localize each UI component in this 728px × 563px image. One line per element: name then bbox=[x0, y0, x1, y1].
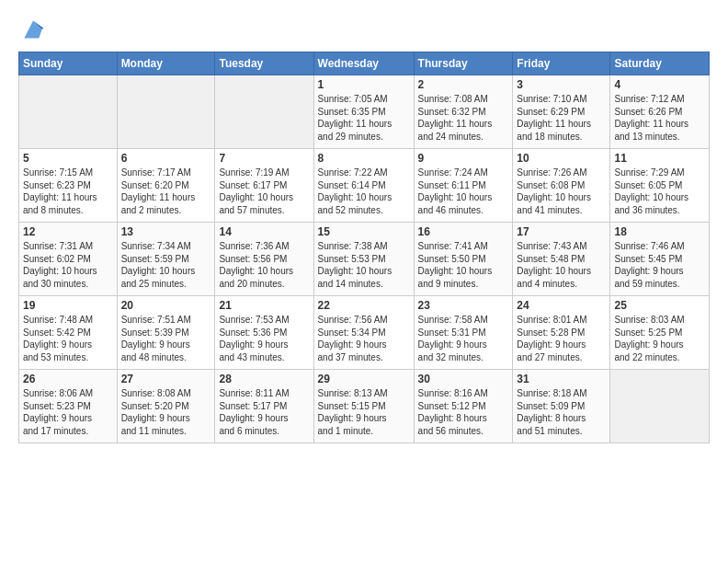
calendar-cell: 16Sunrise: 7:41 AM Sunset: 5:50 PM Dayli… bbox=[414, 223, 513, 296]
calendar-cell: 6Sunrise: 7:17 AM Sunset: 6:20 PM Daylig… bbox=[117, 149, 215, 223]
calendar-cell: 25Sunrise: 8:03 AM Sunset: 5:25 PM Dayli… bbox=[610, 296, 710, 370]
day-number: 7 bbox=[219, 152, 309, 165]
day-number: 27 bbox=[121, 373, 211, 385]
day-number: 21 bbox=[219, 299, 309, 312]
day-number: 17 bbox=[517, 225, 606, 238]
calendar-week-4: 19Sunrise: 7:48 AM Sunset: 5:42 PM Dayli… bbox=[19, 296, 710, 370]
calendar-cell: 4Sunrise: 7:12 AM Sunset: 6:26 PM Daylig… bbox=[610, 75, 710, 149]
calendar-cell: 21Sunrise: 7:53 AM Sunset: 5:36 PM Dayli… bbox=[215, 296, 313, 370]
logo bbox=[18, 15, 51, 44]
day-number: 3 bbox=[517, 78, 606, 91]
calendar-cell: 20Sunrise: 7:51 AM Sunset: 5:39 PM Dayli… bbox=[117, 296, 215, 370]
day-number: 16 bbox=[418, 225, 509, 238]
day-number: 10 bbox=[517, 152, 606, 165]
day-number: 8 bbox=[318, 152, 410, 165]
calendar-cell bbox=[117, 75, 215, 149]
svg-marker-0 bbox=[24, 20, 41, 38]
weekday-row: Sunday Monday Tuesday Wednesday Thursday… bbox=[19, 52, 710, 75]
day-info: Sunrise: 8:08 AM Sunset: 5:20 PM Dayligh… bbox=[121, 387, 211, 437]
calendar-table: Sunday Monday Tuesday Wednesday Thursday… bbox=[18, 52, 710, 443]
day-number: 24 bbox=[517, 299, 606, 312]
calendar-cell: 28Sunrise: 8:11 AM Sunset: 5:17 PM Dayli… bbox=[215, 370, 313, 443]
day-info: Sunrise: 7:22 AM Sunset: 6:14 PM Dayligh… bbox=[318, 167, 410, 216]
day-info: Sunrise: 8:18 AM Sunset: 5:09 PM Dayligh… bbox=[517, 387, 606, 437]
calendar-week-1: 1Sunrise: 7:05 AM Sunset: 6:35 PM Daylig… bbox=[19, 75, 710, 149]
day-number: 22 bbox=[318, 299, 410, 312]
logo-icon bbox=[18, 15, 48, 44]
day-number: 23 bbox=[418, 299, 509, 312]
calendar-cell: 23Sunrise: 7:58 AM Sunset: 5:31 PM Dayli… bbox=[414, 296, 513, 370]
col-tuesday: Tuesday bbox=[215, 52, 313, 75]
day-info: Sunrise: 8:13 AM Sunset: 5:15 PM Dayligh… bbox=[318, 387, 410, 437]
day-info: Sunrise: 7:41 AM Sunset: 5:50 PM Dayligh… bbox=[418, 240, 509, 290]
day-info: Sunrise: 7:36 AM Sunset: 5:56 PM Dayligh… bbox=[219, 240, 309, 290]
day-number: 28 bbox=[219, 373, 309, 385]
header bbox=[18, 15, 710, 44]
page: Sunday Monday Tuesday Wednesday Thursday… bbox=[0, 0, 728, 563]
col-wednesday: Wednesday bbox=[313, 52, 414, 75]
day-number: 30 bbox=[418, 373, 509, 385]
day-number: 5 bbox=[23, 152, 113, 165]
day-info: Sunrise: 8:16 AM Sunset: 5:12 PM Dayligh… bbox=[418, 387, 509, 437]
calendar-cell: 7Sunrise: 7:19 AM Sunset: 6:17 PM Daylig… bbox=[215, 149, 313, 223]
day-info: Sunrise: 7:34 AM Sunset: 5:59 PM Dayligh… bbox=[121, 240, 211, 290]
calendar-cell: 15Sunrise: 7:38 AM Sunset: 5:53 PM Dayli… bbox=[313, 223, 414, 296]
day-number: 25 bbox=[614, 299, 705, 312]
day-info: Sunrise: 7:51 AM Sunset: 5:39 PM Dayligh… bbox=[121, 314, 211, 363]
day-number: 31 bbox=[517, 373, 606, 385]
day-number: 12 bbox=[23, 225, 113, 238]
calendar-cell: 12Sunrise: 7:31 AM Sunset: 6:02 PM Dayli… bbox=[19, 223, 118, 296]
day-info: Sunrise: 7:12 AM Sunset: 6:26 PM Dayligh… bbox=[614, 93, 705, 143]
calendar-week-3: 12Sunrise: 7:31 AM Sunset: 6:02 PM Dayli… bbox=[19, 223, 710, 296]
day-info: Sunrise: 7:05 AM Sunset: 6:35 PM Dayligh… bbox=[318, 93, 410, 143]
day-info: Sunrise: 7:46 AM Sunset: 5:45 PM Dayligh… bbox=[614, 240, 705, 290]
day-number: 20 bbox=[121, 299, 211, 312]
calendar-cell: 9Sunrise: 7:24 AM Sunset: 6:11 PM Daylig… bbox=[414, 149, 513, 223]
day-number: 29 bbox=[318, 373, 410, 385]
col-saturday: Saturday bbox=[610, 52, 710, 75]
calendar-cell: 5Sunrise: 7:15 AM Sunset: 6:23 PM Daylig… bbox=[19, 149, 118, 223]
day-info: Sunrise: 8:11 AM Sunset: 5:17 PM Dayligh… bbox=[219, 387, 309, 437]
calendar-cell: 10Sunrise: 7:26 AM Sunset: 6:08 PM Dayli… bbox=[513, 149, 610, 223]
calendar-body: 1Sunrise: 7:05 AM Sunset: 6:35 PM Daylig… bbox=[19, 75, 710, 443]
day-info: Sunrise: 7:08 AM Sunset: 6:32 PM Dayligh… bbox=[418, 93, 509, 143]
calendar-cell bbox=[610, 370, 710, 443]
calendar-cell: 14Sunrise: 7:36 AM Sunset: 5:56 PM Dayli… bbox=[215, 223, 313, 296]
calendar-cell: 22Sunrise: 7:56 AM Sunset: 5:34 PM Dayli… bbox=[313, 296, 414, 370]
calendar-cell: 2Sunrise: 7:08 AM Sunset: 6:32 PM Daylig… bbox=[414, 75, 513, 149]
calendar-cell: 18Sunrise: 7:46 AM Sunset: 5:45 PM Dayli… bbox=[610, 223, 710, 296]
day-info: Sunrise: 8:06 AM Sunset: 5:23 PM Dayligh… bbox=[23, 387, 113, 437]
day-number: 19 bbox=[23, 299, 113, 312]
calendar-cell: 11Sunrise: 7:29 AM Sunset: 6:05 PM Dayli… bbox=[610, 149, 710, 223]
day-info: Sunrise: 7:31 AM Sunset: 6:02 PM Dayligh… bbox=[23, 240, 113, 290]
calendar-cell: 8Sunrise: 7:22 AM Sunset: 6:14 PM Daylig… bbox=[313, 149, 414, 223]
day-info: Sunrise: 7:17 AM Sunset: 6:20 PM Dayligh… bbox=[121, 167, 211, 216]
calendar-week-2: 5Sunrise: 7:15 AM Sunset: 6:23 PM Daylig… bbox=[19, 149, 710, 223]
calendar-cell: 31Sunrise: 8:18 AM Sunset: 5:09 PM Dayli… bbox=[513, 370, 610, 443]
day-info: Sunrise: 7:10 AM Sunset: 6:29 PM Dayligh… bbox=[517, 93, 606, 143]
day-info: Sunrise: 7:38 AM Sunset: 5:53 PM Dayligh… bbox=[318, 240, 410, 290]
day-info: Sunrise: 7:24 AM Sunset: 6:11 PM Dayligh… bbox=[418, 167, 509, 216]
calendar-header: Sunday Monday Tuesday Wednesday Thursday… bbox=[19, 52, 710, 75]
day-number: 9 bbox=[418, 152, 509, 165]
day-number: 6 bbox=[121, 152, 211, 165]
calendar-cell: 29Sunrise: 8:13 AM Sunset: 5:15 PM Dayli… bbox=[313, 370, 414, 443]
calendar-cell: 13Sunrise: 7:34 AM Sunset: 5:59 PM Dayli… bbox=[117, 223, 215, 296]
day-number: 18 bbox=[614, 225, 705, 238]
day-number: 26 bbox=[23, 373, 113, 385]
calendar-cell: 1Sunrise: 7:05 AM Sunset: 6:35 PM Daylig… bbox=[313, 75, 414, 149]
col-sunday: Sunday bbox=[19, 52, 118, 75]
day-info: Sunrise: 7:58 AM Sunset: 5:31 PM Dayligh… bbox=[418, 314, 509, 363]
calendar-cell: 19Sunrise: 7:48 AM Sunset: 5:42 PM Dayli… bbox=[19, 296, 118, 370]
day-number: 14 bbox=[219, 225, 309, 238]
day-info: Sunrise: 7:15 AM Sunset: 6:23 PM Dayligh… bbox=[23, 167, 113, 216]
day-info: Sunrise: 7:53 AM Sunset: 5:36 PM Dayligh… bbox=[219, 314, 309, 363]
day-info: Sunrise: 8:03 AM Sunset: 5:25 PM Dayligh… bbox=[614, 314, 705, 363]
day-number: 4 bbox=[614, 78, 705, 91]
calendar-cell: 17Sunrise: 7:43 AM Sunset: 5:48 PM Dayli… bbox=[513, 223, 610, 296]
day-info: Sunrise: 7:43 AM Sunset: 5:48 PM Dayligh… bbox=[517, 240, 606, 290]
calendar-cell: 3Sunrise: 7:10 AM Sunset: 6:29 PM Daylig… bbox=[513, 75, 610, 149]
day-info: Sunrise: 7:19 AM Sunset: 6:17 PM Dayligh… bbox=[219, 167, 309, 216]
day-info: Sunrise: 7:56 AM Sunset: 5:34 PM Dayligh… bbox=[318, 314, 410, 363]
calendar-cell bbox=[19, 75, 118, 149]
